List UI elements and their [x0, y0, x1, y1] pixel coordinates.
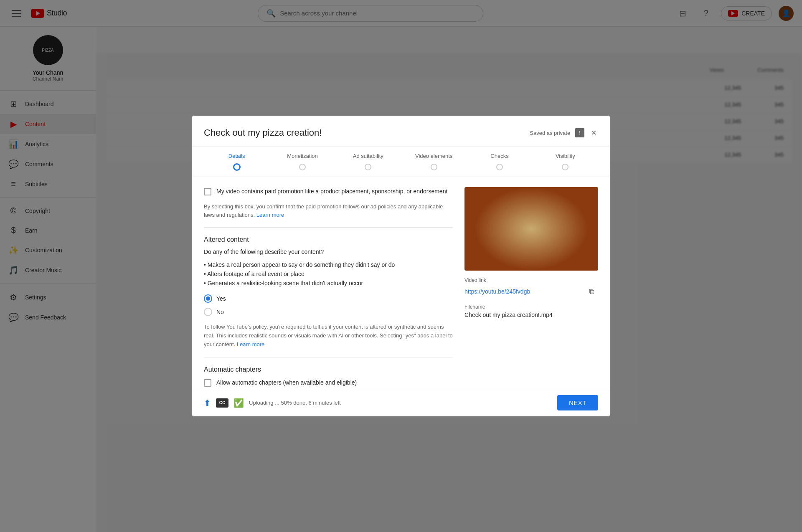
copy-link-button[interactable]: ⧉ — [585, 285, 598, 298]
policy-learn-more[interactable]: Learn more — [237, 341, 264, 347]
radio-group: Yes No — [204, 294, 453, 316]
radio-yes-outer — [204, 294, 212, 303]
paid-promotion-text: My video contains paid promotion like a … — [216, 187, 447, 196]
video-link-label: Video link — [464, 277, 598, 283]
modal-header: Check out my pizza creation! Saved as pr… — [192, 116, 610, 147]
altered-content-question: Do any of the following describe your co… — [204, 248, 453, 255]
filename-label: Filename — [464, 304, 598, 310]
step-ad-suitability-label[interactable]: Ad suitability — [353, 153, 383, 159]
radio-no-label: No — [216, 309, 224, 315]
modal-body: My video contains paid promotion like a … — [192, 177, 610, 389]
next-button[interactable]: NEXT — [557, 395, 598, 410]
upload-icon[interactable]: ⬆ — [204, 398, 211, 408]
step-checks-label[interactable]: Checks — [490, 153, 508, 159]
video-link-row: https://youtu.be/245fvdgb ⧉ — [464, 285, 598, 298]
step-details-label[interactable]: Details — [228, 153, 245, 159]
auto-chapters-title: Automatic chapters — [204, 366, 453, 373]
radio-yes-row[interactable]: Yes — [204, 294, 453, 303]
altered-content-bullets: Makes a real person appear to say or do … — [204, 260, 453, 288]
auto-chapters-checkbox[interactable] — [204, 379, 211, 387]
bullet-2: Alters footage of a real event or place — [204, 269, 453, 279]
radio-yes-label: Yes — [216, 295, 226, 302]
paid-promotion-learn-more[interactable]: Learn more — [256, 212, 284, 218]
close-button[interactable]: × — [589, 126, 598, 140]
step-video-elements-label[interactable]: Video elements — [415, 153, 452, 159]
auto-chapters-row: Allow automatic chapters (when available… — [204, 378, 453, 387]
divider-1 — [204, 227, 453, 228]
upload-modal: Check out my pizza creation! Saved as pr… — [192, 116, 610, 416]
cc-icon[interactable]: CC — [216, 398, 228, 408]
step-visibility-label[interactable]: Visibility — [556, 153, 575, 159]
bullet-3: Generates a realistic-looking scene that… — [204, 279, 453, 288]
step-monetization-label[interactable]: Monetization — [287, 153, 318, 159]
radio-yes-inner — [206, 296, 210, 301]
step-monetization-circle — [299, 164, 306, 170]
step-ad-circle — [365, 164, 371, 170]
paid-promotion-helper: By selecting this box, you confirm that … — [204, 203, 453, 219]
step-details-circle — [233, 163, 241, 171]
check-icon: ✅ — [233, 398, 244, 408]
steps-bar: Details Monetization Ad suitability Vide… — [192, 147, 610, 177]
saved-badge: Saved as private — [530, 130, 570, 136]
video-thumbnail — [464, 187, 598, 271]
policy-text: To follow YouTube's policy, you're requi… — [204, 323, 453, 349]
modal-sidebar: Video link https://youtu.be/245fvdgb ⧉ F… — [464, 187, 598, 379]
saved-label: Saved as private — [530, 130, 570, 136]
altered-content-title: Altered content — [204, 236, 453, 243]
step-checks-circle — [496, 164, 503, 170]
divider-2 — [204, 357, 453, 357]
paid-promotion-checkbox[interactable] — [204, 188, 211, 195]
filename-value: Check out my pizza creation!.mp4 — [464, 312, 598, 318]
warning-icon[interactable]: ! — [575, 128, 584, 137]
upload-status: Uploading ... 50% done, 6 minutes left — [249, 400, 552, 406]
step-video-elements-circle — [431, 164, 437, 170]
modal-title: Check out my pizza creation! — [204, 127, 322, 138]
modal-overlay: Check out my pizza creation! Saved as pr… — [0, 0, 802, 532]
paid-promotion-row: My video contains paid promotion like a … — [204, 187, 453, 196]
auto-chapters-text: Allow automatic chapters (when available… — [216, 378, 357, 387]
modal-header-right: Saved as private ! × — [530, 126, 598, 140]
bullet-1: Makes a real person appear to say or do … — [204, 260, 453, 269]
step-visibility-circle — [562, 164, 569, 170]
radio-no-outer — [204, 308, 212, 316]
video-link-url[interactable]: https://youtu.be/245fvdgb — [464, 288, 530, 295]
modal-footer: ⬆ CC ✅ Uploading ... 50% done, 6 minutes… — [192, 389, 610, 416]
modal-form: My video contains paid promotion like a … — [204, 187, 453, 379]
radio-no-row[interactable]: No — [204, 308, 453, 316]
video-link-section: Video link https://youtu.be/245fvdgb ⧉ F… — [464, 277, 598, 318]
